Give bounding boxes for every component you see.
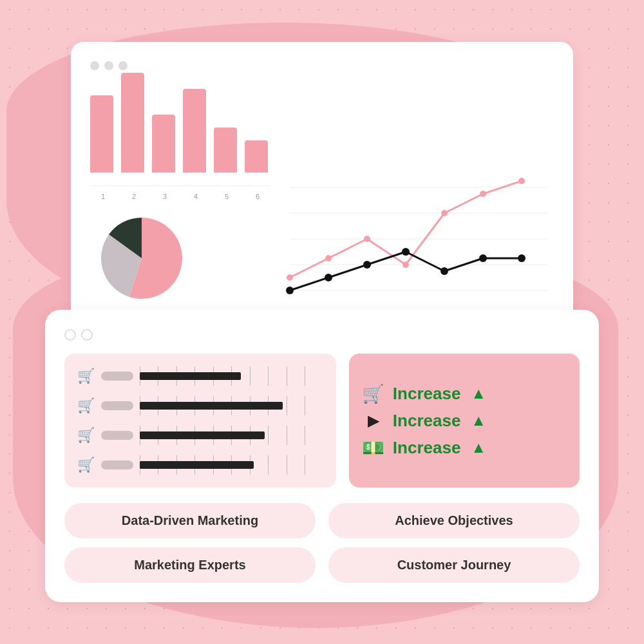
main-container: 123456 — [45, 42, 599, 602]
dot-white-1 — [64, 329, 76, 341]
bottom-card-dots — [64, 329, 580, 341]
bar-container-3 — [140, 455, 323, 475]
bar-label-3: 3 — [153, 193, 176, 200]
svg-point-12 — [286, 287, 294, 294]
shopping-section: 🛒🛒🛒🛒 — [64, 354, 336, 488]
bar-6 — [245, 140, 268, 173]
svg-point-6 — [325, 255, 332, 261]
bar-container-1 — [140, 396, 323, 415]
money-icon: 💵 — [362, 437, 385, 459]
bars-area — [90, 83, 270, 186]
line-chart — [283, 175, 554, 303]
shop-bar-3 — [140, 461, 254, 469]
bar-label-5: 5 — [215, 193, 238, 200]
shop-row-3: 🛒 — [77, 455, 323, 475]
increase-text-1: Increase — [393, 384, 461, 404]
cart-icon-row-0: 🛒 — [77, 368, 95, 384]
grid-line — [268, 455, 286, 475]
bar-4 — [183, 89, 206, 173]
dot-1 — [90, 61, 99, 70]
increase-row-1: 🛒 Increase ▲ — [362, 383, 567, 404]
dot-3 — [118, 61, 128, 70]
bar-3 — [152, 115, 175, 173]
shop-bar-2 — [140, 431, 265, 439]
pill-data-driven[interactable]: Data-Driven Marketing — [64, 503, 316, 538]
bar-labels: 123456 — [90, 193, 270, 200]
pills-row: Data-Driven Marketing Marketing Experts … — [64, 503, 580, 583]
bar-label-1: 1 — [91, 193, 115, 200]
bar-label-6: 6 — [246, 193, 269, 200]
dot-white-2 — [81, 329, 93, 341]
pill-left-column: Data-Driven Marketing Marketing Experts — [64, 503, 316, 583]
cart-icon-row-3: 🛒 — [77, 457, 95, 473]
increase-text-2: Increase — [393, 411, 461, 431]
svg-point-14 — [363, 261, 371, 269]
grid-line — [305, 366, 323, 386]
shop-row-0: 🛒 — [77, 366, 323, 386]
increase-row-3: 💵 Increase ▲ — [362, 437, 567, 459]
price-pill-0 — [101, 372, 133, 381]
pill-achieve-objectives[interactable]: Achieve Objectives — [328, 503, 580, 538]
grid-line — [305, 426, 323, 445]
cart-icon-row-2: 🛒 — [77, 427, 95, 444]
shop-bar-1 — [140, 402, 283, 410]
price-pill-2 — [101, 431, 133, 440]
line-chart-svg — [283, 175, 554, 303]
svg-point-15 — [402, 248, 410, 256]
top-card-dots — [90, 61, 554, 70]
shop-bar-0 — [140, 372, 241, 380]
bar-2 — [121, 73, 144, 173]
grid-line — [287, 426, 305, 445]
svg-point-7 — [364, 236, 370, 242]
svg-point-17 — [479, 254, 487, 262]
cart-icon-row-1: 🛒 — [77, 397, 95, 414]
bar-chart: 123456 — [90, 83, 270, 200]
arrow-up-1: ▲ — [471, 384, 486, 402]
increase-section: 🛒 Increase ▲ ▶ Increase ▲ 💵 Increase ▲ — [349, 354, 580, 488]
charts-row: 123456 — [90, 83, 554, 303]
increase-text-3: Increase — [393, 438, 461, 458]
cursor-icon: ▶ — [362, 412, 385, 430]
pie-chart — [97, 213, 187, 303]
svg-point-13 — [325, 274, 332, 281]
grid-line — [305, 396, 323, 415]
pill-customer-journey[interactable]: Customer Journey — [328, 547, 580, 583]
bar-label-4: 4 — [184, 193, 207, 200]
bar-1 — [90, 95, 113, 173]
bar-container-2 — [140, 426, 323, 445]
grid-line — [268, 366, 286, 386]
cart-icon-1: 🛒 — [362, 383, 385, 404]
svg-point-10 — [480, 191, 486, 197]
grid-line — [250, 366, 268, 386]
svg-point-11 — [518, 178, 525, 184]
price-pill-1 — [101, 401, 133, 410]
bar-5 — [214, 128, 237, 173]
pill-right-column: Achieve Objectives Customer Journey — [328, 503, 580, 583]
svg-point-5 — [287, 274, 293, 281]
bottom-card: 🛒🛒🛒🛒 🛒 Increase ▲ ▶ Increase ▲ 💵 Increas… — [45, 310, 599, 602]
increase-row-2: ▶ Increase ▲ — [362, 411, 567, 431]
grid-line — [287, 396, 305, 415]
shop-row-2: 🛒 — [77, 426, 323, 445]
grid-line — [305, 455, 323, 475]
dot-2 — [104, 61, 113, 70]
bottom-content: 🛒🛒🛒🛒 🛒 Increase ▲ ▶ Increase ▲ 💵 Increas… — [64, 354, 580, 488]
svg-point-18 — [518, 254, 526, 262]
top-card: 123456 — [71, 42, 573, 323]
svg-point-16 — [440, 267, 448, 275]
grid-line — [287, 455, 305, 475]
grid-line — [268, 426, 286, 445]
grid-line — [287, 366, 305, 386]
pill-marketing-experts[interactable]: Marketing Experts — [64, 547, 316, 583]
arrow-up-3: ▲ — [471, 439, 486, 457]
price-pill-3 — [101, 460, 133, 469]
bar-container-0 — [140, 366, 323, 386]
bar-label-2: 2 — [122, 193, 146, 200]
arrow-up-2: ▲ — [471, 412, 486, 430]
svg-point-8 — [402, 261, 409, 268]
svg-point-9 — [441, 210, 448, 216]
pie-chart-area — [90, 213, 193, 303]
shop-row-1: 🛒 — [77, 396, 323, 415]
